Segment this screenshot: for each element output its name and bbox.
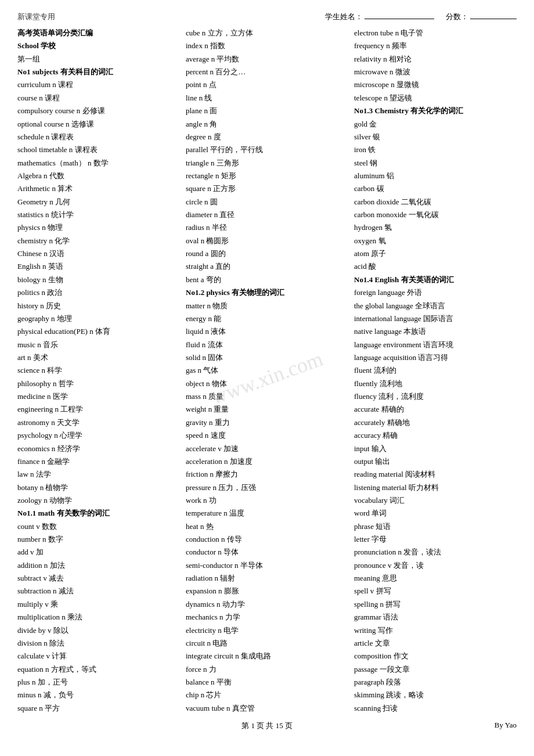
- list-item: matter n 物质: [186, 300, 348, 312]
- list-item: phrase 短语: [354, 520, 517, 533]
- list-item: electron tube n 电子管: [354, 27, 517, 39]
- author: By Yao: [350, 721, 517, 731]
- list-item: mass n 质量: [186, 390, 348, 403]
- list-item: grammar 语法: [354, 611, 517, 624]
- list-item: chip n 芯片: [186, 689, 348, 701]
- list-item: bent a 弯的: [186, 273, 348, 286]
- list-item: fluid n 流体: [186, 339, 348, 351]
- list-item: Geometry n 几何: [17, 196, 180, 208]
- list-item: integrate circuit n 集成电路: [186, 650, 348, 663]
- list-item: finance n 金融学: [17, 455, 180, 468]
- list-item: input 输入: [354, 442, 517, 455]
- list-item: accelerate v 加速: [186, 442, 348, 455]
- list-item: parallel 平行的，平行线: [186, 143, 348, 156]
- list-item: science n 科学: [17, 364, 180, 377]
- list-item: chemistry n 化学: [17, 235, 180, 247]
- list-item: zoology n 动物学: [17, 494, 180, 507]
- list-item: botany n 植物学: [17, 481, 180, 494]
- list-item: division n 除法: [17, 637, 180, 650]
- list-item: liquid n 液体: [186, 325, 348, 338]
- list-item: foreign language 外语: [354, 286, 517, 299]
- header-left: 新课堂专用: [17, 12, 55, 22]
- list-item: rectangle n 矩形: [186, 170, 348, 182]
- list-item: school timetable n 课程表: [17, 143, 180, 156]
- list-item: carbon monoxide 一氧化碳: [354, 208, 517, 221]
- list-item: plus n 加，正号: [17, 676, 180, 689]
- list-item: engineering n 工程学: [17, 403, 180, 416]
- list-item: atom 原子: [354, 247, 517, 260]
- list-item: index n 指数: [186, 39, 348, 52]
- list-item: meaning 意思: [354, 572, 517, 585]
- list-item: No1.3 Chemistry 有关化学的词汇: [354, 105, 517, 117]
- list-item: number n 数字: [17, 533, 180, 546]
- list-item: optional course n 选修课: [17, 118, 180, 131]
- list-item: temperature n 温度: [186, 507, 348, 520]
- list-item: psychology n 心理学: [17, 429, 180, 442]
- list-item: cube n 立方，立方体: [186, 27, 348, 39]
- list-item: pronunciation n 发音，读法: [354, 546, 517, 559]
- list-item: triangle n 三角形: [186, 157, 348, 170]
- list-item: No1.2 physics 有关物理的词汇: [186, 286, 348, 299]
- list-item: silver 银: [354, 131, 517, 143]
- list-item: expansion n 膨胀: [186, 585, 348, 597]
- list-item: multiply v 乘: [17, 598, 180, 611]
- list-item: acid 酸: [354, 260, 517, 273]
- list-item: native language 本族语: [354, 325, 517, 338]
- list-item: course n 课程: [17, 92, 180, 105]
- list-item: heat n 热: [186, 520, 348, 533]
- list-item: No1.1 math 有关数学的词汇: [17, 507, 180, 520]
- list-item: Arithmetic n 算术: [17, 182, 180, 195]
- list-item: 高考英语单词分类汇编: [17, 27, 180, 39]
- list-item: mechanics n 力学: [186, 611, 348, 624]
- list-item: object n 物体: [186, 377, 348, 390]
- list-item: divide by v 除以: [17, 624, 180, 637]
- list-item: calculate v 计算: [17, 650, 180, 663]
- list-item: vacuum tube n 真空管: [186, 702, 348, 715]
- list-item: line n 线: [186, 92, 348, 105]
- list-item: output 输出: [354, 455, 517, 468]
- list-item: international language 国际语言: [354, 312, 517, 325]
- column-3: electron tube n 电子管frequency n 频率relativ…: [354, 27, 517, 715]
- list-item: fluent 流利的: [354, 364, 517, 377]
- list-item: mathematics（math） n 数学: [17, 157, 180, 170]
- column-1: 高考英语单词分类汇编School 学校第一组No1 subjects 有关科目的…: [17, 27, 180, 715]
- list-item: microscope n 显微镜: [354, 78, 517, 91]
- list-item: solid n 固体: [186, 351, 348, 364]
- header: 新课堂专用 学生姓名： 分数：: [17, 12, 517, 22]
- list-item: passage 一段文章: [354, 663, 517, 676]
- list-item: gravity n 重力: [186, 416, 348, 429]
- list-item: vocabulary 词汇: [354, 494, 517, 507]
- list-item: hydrogen 氢: [354, 221, 517, 234]
- list-item: equation n 方程式，等式: [17, 663, 180, 676]
- list-item: Chinese n 汉语: [17, 247, 180, 260]
- list-item: word 单词: [354, 507, 517, 520]
- list-item: history n 历史: [17, 300, 180, 312]
- list-item: plane n 面: [186, 105, 348, 117]
- list-item: art n 美术: [17, 351, 180, 364]
- list-item: politics n 政治: [17, 286, 180, 299]
- list-item: circuit n 电路: [186, 637, 348, 650]
- list-item: microwave n 微波: [354, 66, 517, 78]
- list-item: diameter n 直径: [186, 208, 348, 221]
- list-item: compulsory course n 必修课: [17, 105, 180, 117]
- list-item: conductor n 导体: [186, 546, 348, 559]
- page-info: 第 1 页 共 15 页: [184, 721, 351, 731]
- list-item: carbon 碳: [354, 182, 517, 195]
- list-item: degree n 度: [186, 131, 348, 143]
- list-item: relativity n 相对论: [354, 53, 517, 66]
- list-item: add v 加: [17, 546, 180, 559]
- list-item: schedule n 课程表: [17, 131, 180, 143]
- list-item: speed n 速度: [186, 429, 348, 442]
- list-item: astronomy n 天文学: [17, 416, 180, 429]
- list-item: point n 点: [186, 78, 348, 91]
- list-item: angle n 角: [186, 118, 348, 131]
- list-item: carbon dioxide 二氧化碳: [354, 196, 517, 208]
- list-item: spell v 拼写: [354, 585, 517, 597]
- list-item: language environment 语言环境: [354, 339, 517, 351]
- list-item: philosophy n 哲学: [17, 377, 180, 390]
- list-item: round a 圆的: [186, 247, 348, 260]
- list-item: physics n 物理: [17, 221, 180, 234]
- list-item: medicine n 医学: [17, 390, 180, 403]
- list-item: square n 正方形: [186, 182, 348, 195]
- list-item: accurately 精确地: [354, 416, 517, 429]
